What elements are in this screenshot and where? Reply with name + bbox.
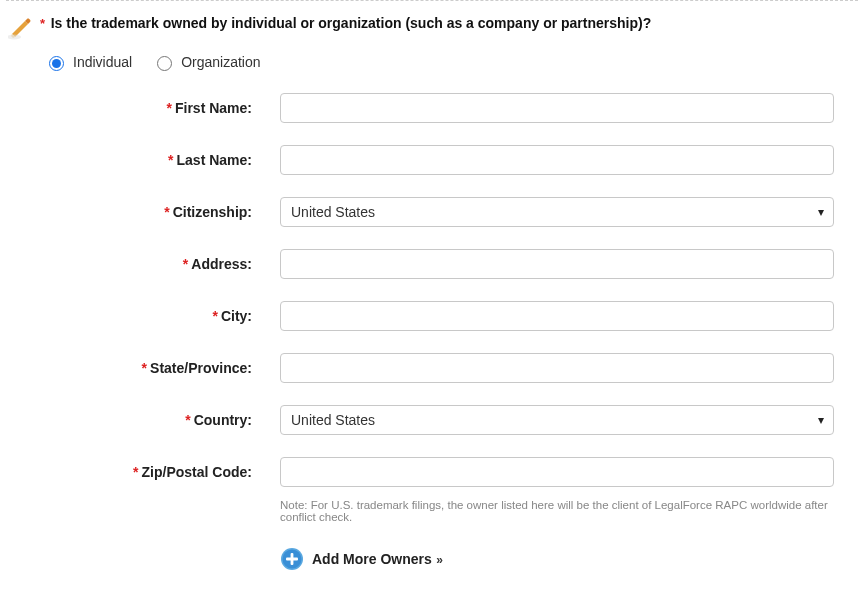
last-name-field[interactable] [280,145,834,175]
city-label: *City: [0,301,280,324]
zip-field[interactable] [280,457,834,487]
owner-type-individual-label: Individual [73,54,132,70]
svg-rect-4 [286,558,298,561]
required-indicator: * [40,16,45,31]
country-label: *Country: [0,405,280,428]
state-province-field[interactable] [280,353,834,383]
owner-type-organization[interactable]: Organization [152,53,260,71]
address-label: *Address: [0,249,280,272]
edit-pen-icon [8,17,32,41]
owner-type-organization-radio[interactable] [157,56,172,71]
owner-type-radio-group: Individual Organization [0,49,864,83]
section-divider [6,0,858,1]
svg-point-0 [8,35,21,40]
zip-label: *Zip/Postal Code: [0,457,280,480]
citizenship-select[interactable]: United States [280,197,834,227]
citizenship-label: *Citizenship: [0,197,280,220]
owner-form: *First Name: *Last Name: *Citizenship: U… [0,83,864,571]
owner-type-individual[interactable]: Individual [44,53,132,71]
question-text: * Is the trademark owned by individual o… [40,15,651,31]
plus-circle-icon [280,547,304,571]
first-name-field[interactable] [280,93,834,123]
first-name-label: *First Name: [0,93,280,116]
add-more-owners[interactable]: Add More Owners » [280,547,864,571]
city-field[interactable] [280,301,834,331]
question-header: * Is the trademark owned by individual o… [0,9,864,49]
owner-note: Note: For U.S. trademark filings, the ow… [280,499,864,523]
owner-type-individual-radio[interactable] [49,56,64,71]
last-name-label: *Last Name: [0,145,280,168]
owner-type-organization-label: Organization [181,54,260,70]
country-select[interactable]: United States [280,405,834,435]
state-province-label: *State/Province: [0,353,280,376]
address-field[interactable] [280,249,834,279]
chevron-double-right-icon: » [433,553,443,567]
add-more-owners-label: Add More Owners » [312,551,443,567]
